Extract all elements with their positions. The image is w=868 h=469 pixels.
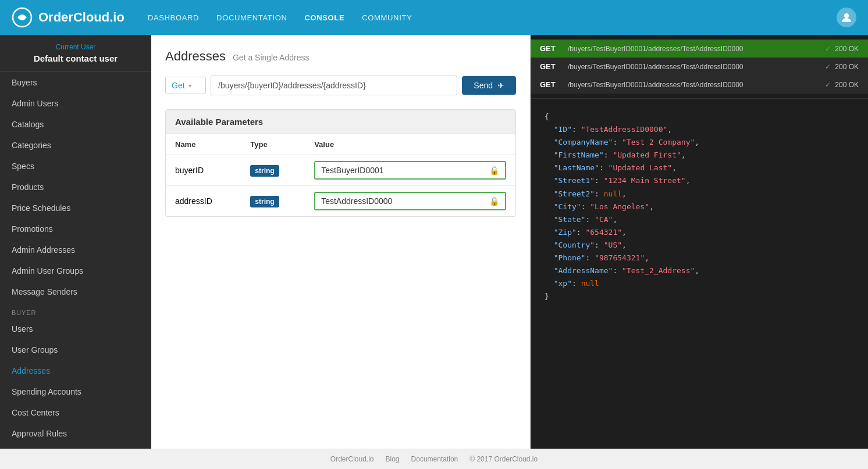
- history-item-2[interactable]: GET /buyers/TestBuyerID0001/addresses/Te…: [531, 76, 868, 94]
- right-panel: GET /buyers/TestBuyerID0001/addresses/Te…: [531, 35, 868, 449]
- history-item-1[interactable]: GET /buyers/TestBuyerID0001/addresses/Te…: [531, 58, 868, 76]
- param-type-addressid: string: [241, 186, 305, 217]
- user-avatar[interactable]: [837, 8, 856, 27]
- chevron-down-icon: ▾: [188, 83, 191, 89]
- sidebar-item-admin-users[interactable]: Admin Users: [0, 93, 151, 114]
- sidebar-item-admin-user-groups[interactable]: Admin User Groups: [0, 260, 151, 281]
- logo[interactable]: OrderCloud.io: [12, 7, 124, 28]
- check-icon-1: ✓: [825, 63, 831, 71]
- table-row: buyerID string 🔒: [166, 155, 515, 186]
- page-title-row: Addresses Get a Single Address: [165, 49, 516, 64]
- history-status-2: ✓ 200 OK: [825, 81, 859, 89]
- history-status-1: ✓ 200 OK: [825, 63, 859, 71]
- sidebar: Current User Default contact user Buyers…: [0, 35, 151, 449]
- param-type-buyerid: string: [241, 155, 305, 186]
- history-method-0: GET: [540, 44, 561, 53]
- sidebar-item-categories[interactable]: Categories: [0, 135, 151, 156]
- nav-console[interactable]: CONSOLE: [304, 13, 344, 22]
- sidebar-item-promotions[interactable]: Promotions: [0, 219, 151, 239]
- param-input-addressid[interactable]: [315, 193, 483, 209]
- send-icon: ✈: [497, 81, 504, 90]
- history-method-1: GET: [540, 62, 561, 71]
- type-badge-buyerid: string: [250, 165, 279, 177]
- param-input-buyerid[interactable]: [315, 162, 483, 178]
- main-panel: Addresses Get a Single Address Get ▾ Sen…: [151, 35, 531, 449]
- send-button[interactable]: Send ✈: [462, 76, 516, 95]
- sidebar-nav: Buyers Admin Users Catalogs Categories S…: [0, 72, 151, 449]
- sidebar-item-addresses[interactable]: Addresses: [0, 360, 151, 381]
- buyer-section-label: BUYER: [0, 302, 151, 318]
- sidebar-item-users[interactable]: Users: [0, 318, 151, 339]
- col-type: Type: [241, 134, 305, 155]
- request-bar: Get ▾ Send ✈: [165, 76, 516, 95]
- current-user-label: Current User: [9, 43, 142, 51]
- params-section: Available Parameters Name Type Value buy…: [165, 109, 516, 217]
- logo-text: OrderCloud.io: [38, 10, 124, 25]
- lock-icon-addressid: 🔒: [483, 193, 505, 209]
- col-value: Value: [305, 134, 515, 155]
- param-value-cell-addressid: 🔒: [305, 186, 515, 217]
- check-icon-2: ✓: [825, 81, 831, 89]
- sidebar-item-message-senders[interactable]: Message Senders: [0, 281, 151, 302]
- history-url-2: /buyers/TestBuyerID0001/addresses/TestAd…: [568, 81, 818, 89]
- sidebar-item-admin-addresses[interactable]: Admin Addresses: [0, 239, 151, 260]
- history-url-0: /buyers/TestBuyerID0001/addresses/TestAd…: [568, 45, 818, 53]
- sidebar-item-products[interactable]: Products: [0, 177, 151, 198]
- main-layout: Current User Default contact user Buyers…: [0, 35, 868, 449]
- json-output: { "ID": "TestAddressID0000", "CompanyNam…: [531, 99, 868, 449]
- lock-icon-buyerid: 🔒: [483, 162, 505, 178]
- url-input[interactable]: [211, 76, 457, 95]
- page-subtitle: Get a Single Address: [233, 53, 310, 62]
- method-label: Get: [172, 81, 185, 90]
- history-status-0: ✓ 200 OK: [825, 45, 859, 53]
- type-badge-addressid: string: [250, 196, 279, 207]
- param-value-cell-buyerid: 🔒: [305, 155, 515, 186]
- footer-brand: OrderCloud.io: [330, 455, 374, 463]
- params-table: Name Type Value buyerID string: [166, 134, 515, 216]
- history-method-2: GET: [540, 80, 561, 89]
- sidebar-item-approval-rules[interactable]: Approval Rules: [0, 423, 151, 444]
- col-name: Name: [166, 134, 241, 155]
- history-item-0[interactable]: GET /buyers/TestBuyerID0001/addresses/Te…: [531, 40, 868, 58]
- sidebar-item-user-groups[interactable]: User Groups: [0, 339, 151, 360]
- send-label: Send: [474, 81, 493, 90]
- content-area: Addresses Get a Single Address Get ▾ Sen…: [151, 35, 868, 449]
- sidebar-item-credit-cards[interactable]: Credit Cards: [0, 444, 151, 449]
- sidebar-item-price-schedules[interactable]: Price Schedules: [0, 198, 151, 219]
- footer-copyright: © 2017 OrderCloud.io: [469, 455, 538, 463]
- footer: OrderCloud.io Blog Documentation © 2017 …: [0, 449, 868, 469]
- sidebar-user-section: Current User Default contact user: [0, 35, 151, 72]
- nav-dashboard[interactable]: DASHBOARD: [148, 13, 199, 22]
- sidebar-item-cost-centers[interactable]: Cost Centers: [0, 402, 151, 423]
- footer-blog-link[interactable]: Blog: [386, 455, 400, 463]
- footer-docs-link[interactable]: Documentation: [411, 455, 458, 463]
- check-icon-0: ✓: [825, 45, 831, 53]
- sidebar-item-catalogs[interactable]: Catalogs: [0, 114, 151, 135]
- top-nav: OrderCloud.io DASHBOARD DOCUMENTATION CO…: [0, 0, 868, 35]
- history-url-1: /buyers/TestBuyerID0001/addresses/TestAd…: [568, 63, 818, 71]
- svg-point-1: [844, 13, 849, 18]
- nav-links: DASHBOARD DOCUMENTATION CONSOLE COMMUNIT…: [148, 13, 837, 22]
- param-name-addressid: addressID: [166, 186, 241, 217]
- page-title: Addresses: [165, 49, 226, 64]
- current-user-name: Default contact user: [9, 53, 142, 63]
- sidebar-item-spending-accounts[interactable]: Spending Accounts: [0, 381, 151, 402]
- sidebar-item-specs[interactable]: Specs: [0, 156, 151, 177]
- table-row: addressID string 🔒: [166, 186, 515, 217]
- method-dropdown[interactable]: Get ▾: [165, 77, 206, 94]
- params-header: Available Parameters: [166, 110, 515, 134]
- param-name-buyerid: buyerID: [166, 155, 241, 186]
- nav-documentation[interactable]: DOCUMENTATION: [216, 13, 287, 22]
- param-input-wrap-buyerid: 🔒: [314, 161, 506, 180]
- param-input-wrap-addressid: 🔒: [314, 192, 506, 210]
- sidebar-item-buyers[interactable]: Buyers: [0, 72, 151, 93]
- history-bar: GET /buyers/TestBuyerID0001/addresses/Te…: [531, 35, 868, 99]
- nav-community[interactable]: COMMUNITY: [362, 13, 412, 22]
